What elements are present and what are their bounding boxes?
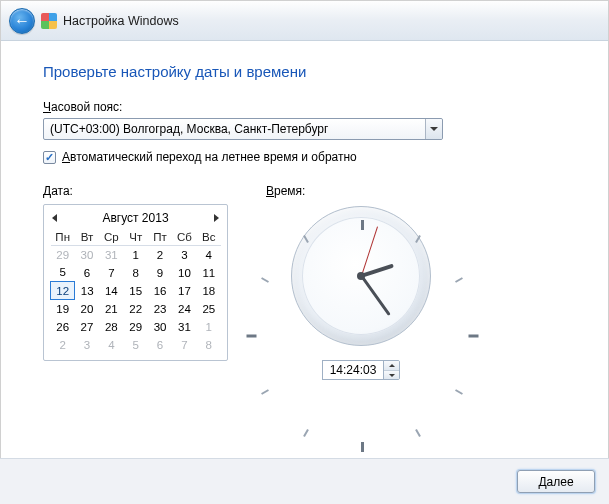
clock-pivot xyxy=(357,272,365,280)
clock-tick xyxy=(303,235,309,243)
chevron-right-icon xyxy=(214,214,219,222)
calendar-day[interactable]: 30 xyxy=(75,246,99,264)
time-section: Время: xyxy=(266,184,456,380)
time-spinner-up[interactable] xyxy=(384,361,399,370)
chevron-up-icon xyxy=(389,364,395,367)
next-button[interactable]: Далее xyxy=(517,470,595,493)
chevron-left-icon xyxy=(52,214,57,222)
checkmark-icon: ✓ xyxy=(45,152,54,163)
wizard-header: ← Настройка Windows xyxy=(1,1,608,41)
calendar-day[interactable]: 6 xyxy=(148,336,172,354)
calendar-day[interactable]: 24 xyxy=(172,300,196,318)
page-title: Проверьте настройку даты и времени xyxy=(43,63,566,80)
calendar-weekday: Пн xyxy=(51,229,75,246)
calendar-month-title[interactable]: Август 2013 xyxy=(102,211,168,225)
calendar-prev-button[interactable] xyxy=(52,211,57,225)
calendar-day[interactable]: 1 xyxy=(197,318,221,336)
calendar-day[interactable]: 12 xyxy=(51,282,75,300)
content-area: Проверьте настройку даты и времени Часов… xyxy=(1,41,608,380)
clock-tick xyxy=(247,335,257,338)
calendar-day[interactable]: 2 xyxy=(148,246,172,264)
date-section: Дата: Август 2013 ПнВтСрЧтПтСбВс 2930311… xyxy=(43,184,228,380)
dst-label: Автоматический переход на летнее время и… xyxy=(62,150,357,164)
calendar-weekday: Вс xyxy=(197,229,221,246)
time-input[interactable] xyxy=(322,360,384,380)
clock-tick xyxy=(415,429,421,437)
clock-tick xyxy=(415,235,421,243)
calendar-next-button[interactable] xyxy=(214,211,219,225)
calendar-weekday: Вт xyxy=(75,229,99,246)
clock-tick xyxy=(455,389,463,395)
clock-tick xyxy=(469,335,479,338)
calendar-day[interactable]: 23 xyxy=(148,300,172,318)
timezone-label: Часовой пояс: xyxy=(43,100,566,114)
calendar-day[interactable]: 20 xyxy=(75,300,99,318)
timezone-combobox[interactable]: (UTC+03:00) Волгоград, Москва, Санкт-Пет… xyxy=(43,118,443,140)
calendar-day[interactable]: 19 xyxy=(51,300,75,318)
chevron-down-icon xyxy=(389,374,395,377)
calendar-day[interactable]: 9 xyxy=(148,264,172,282)
calendar-day[interactable]: 15 xyxy=(124,282,148,300)
windows-setup-icon xyxy=(41,13,57,29)
calendar-day[interactable]: 5 xyxy=(124,336,148,354)
time-spinner-down[interactable] xyxy=(384,370,399,379)
calendar-day[interactable]: 2 xyxy=(51,336,75,354)
calendar-day[interactable]: 3 xyxy=(172,246,196,264)
time-spinner xyxy=(383,360,400,380)
calendar-day[interactable]: 29 xyxy=(124,318,148,336)
calendar-day[interactable]: 7 xyxy=(172,336,196,354)
calendar-day[interactable]: 4 xyxy=(197,246,221,264)
calendar-day[interactable]: 5 xyxy=(51,264,75,282)
calendar-day[interactable]: 25 xyxy=(197,300,221,318)
calendar-weekday: Ср xyxy=(99,229,123,246)
time-label: Время: xyxy=(266,184,305,198)
clock-tick xyxy=(261,277,269,283)
calendar-weekday: Сб xyxy=(172,229,196,246)
calendar-day[interactable]: 31 xyxy=(99,246,123,264)
calendar-day[interactable]: 1 xyxy=(124,246,148,264)
wizard-footer: Далее xyxy=(0,458,609,504)
calendar-day[interactable]: 6 xyxy=(75,264,99,282)
wizard-title: Настройка Windows xyxy=(63,14,179,28)
calendar-day[interactable]: 29 xyxy=(51,246,75,264)
calendar-day[interactable]: 8 xyxy=(197,336,221,354)
calendar-day[interactable]: 21 xyxy=(99,300,123,318)
calendar-day[interactable]: 22 xyxy=(124,300,148,318)
calendar-day[interactable]: 7 xyxy=(99,264,123,282)
clock-tick xyxy=(361,220,364,230)
calendar: Август 2013 ПнВтСрЧтПтСбВс 2930311234567… xyxy=(43,204,228,361)
timezone-dropdown-button[interactable] xyxy=(425,119,442,139)
clock-tick xyxy=(303,429,309,437)
calendar-weekday: Чт xyxy=(124,229,148,246)
calendar-day[interactable]: 10 xyxy=(172,264,196,282)
chevron-down-icon xyxy=(430,127,438,131)
clock-tick xyxy=(261,389,269,395)
calendar-day[interactable]: 14 xyxy=(99,282,123,300)
calendar-day[interactable]: 11 xyxy=(197,264,221,282)
calendar-weekday: Пт xyxy=(148,229,172,246)
calendar-day[interactable]: 4 xyxy=(99,336,123,354)
clock-tick xyxy=(361,442,364,452)
back-button[interactable]: ← xyxy=(9,8,35,34)
calendar-day[interactable]: 28 xyxy=(99,318,123,336)
calendar-day[interactable]: 31 xyxy=(172,318,196,336)
date-label: Дата: xyxy=(43,184,228,198)
calendar-day[interactable]: 17 xyxy=(172,282,196,300)
calendar-day[interactable]: 30 xyxy=(148,318,172,336)
back-arrow-icon: ← xyxy=(14,13,30,29)
calendar-day[interactable]: 18 xyxy=(197,282,221,300)
analog-clock xyxy=(291,206,431,346)
timezone-value: (UTC+03:00) Волгоград, Москва, Санкт-Пет… xyxy=(44,122,425,136)
calendar-grid: ПнВтСрЧтПтСбВс 2930311234567891011121314… xyxy=(50,229,221,354)
calendar-day[interactable]: 3 xyxy=(75,336,99,354)
calendar-day[interactable]: 16 xyxy=(148,282,172,300)
dst-checkbox[interactable]: ✓ xyxy=(43,151,56,164)
clock-tick xyxy=(455,277,463,283)
calendar-day[interactable]: 27 xyxy=(75,318,99,336)
calendar-day[interactable]: 26 xyxy=(51,318,75,336)
calendar-day[interactable]: 8 xyxy=(124,264,148,282)
calendar-day[interactable]: 13 xyxy=(75,282,99,300)
